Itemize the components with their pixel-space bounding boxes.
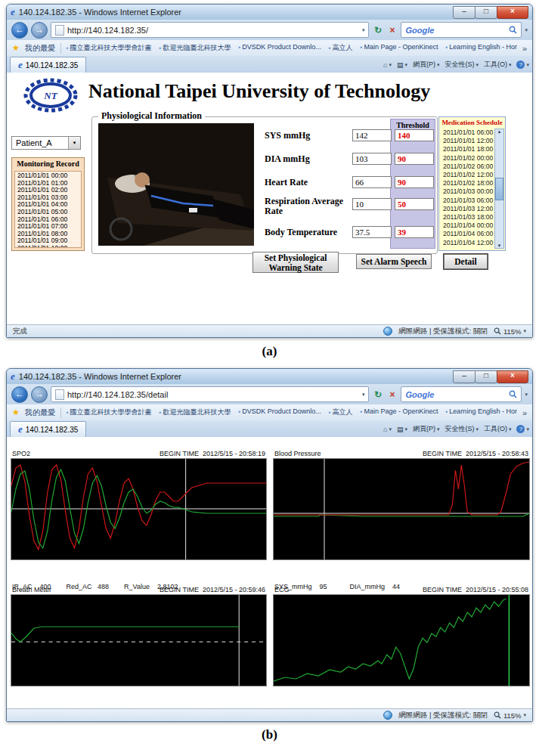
zoom-control[interactable]: 115% ▾ — [494, 327, 526, 336]
medication-schedule-item[interactable]: 2011/01/04 12:00 — [443, 239, 495, 247]
minimize-button[interactable]: – — [453, 370, 475, 383]
set-warning-state-button[interactable]: Set Physiological Warning State — [252, 252, 339, 273]
search-box[interactable]: Google — [401, 386, 522, 402]
stop-button[interactable]: × — [386, 25, 398, 36]
address-dropdown-icon[interactable]: ▾ — [362, 27, 365, 33]
favorite-link[interactable]: 國立臺北科技大學學會計畫 — [67, 407, 152, 417]
search-box[interactable]: Google — [401, 22, 522, 38]
safety-menu[interactable]: 安全性(S) ▾ — [445, 60, 479, 70]
page-menu[interactable]: 網頁(P) ▾ — [413, 424, 440, 434]
medication-schedule-item[interactable]: 2011/01/03 12:00 — [443, 205, 495, 213]
address-dropdown-icon[interactable]: ▾ — [362, 392, 365, 398]
back-button[interactable]: ← — [11, 22, 28, 39]
select-arrow-icon[interactable]: ▾ — [68, 137, 80, 149]
favorite-link[interactable]: Main Page - OpenKinect — [361, 43, 438, 53]
respiration-threshold-field[interactable] — [395, 198, 434, 210]
favorites-overflow-icon[interactable]: » — [522, 44, 527, 53]
favorites-label[interactable]: 我的最愛 — [25, 407, 55, 418]
safety-menu[interactable]: 安全性(S) ▾ — [445, 424, 479, 434]
search-dropdown-icon[interactable]: ▾ — [525, 392, 528, 398]
medication-schedule-item[interactable]: 2011/01/04 06:00 — [443, 230, 495, 238]
medication-schedule-item[interactable]: 2011/01/03 00:00 — [443, 187, 495, 196]
tab-140-124-182-35[interactable]: e 140.124.182.35 — [10, 421, 86, 437]
close-button[interactable]: × — [497, 6, 528, 19]
stop-button[interactable]: × — [386, 389, 398, 400]
medication-schedule-list[interactable]: 2011/01/01 06:002011/01/01 12:002011/01/… — [441, 129, 495, 249]
home-menu[interactable]: ⌂ ▾ — [383, 426, 392, 433]
address-text[interactable]: http://140.124.182.35/ — [67, 26, 359, 35]
heart-rate-threshold-field[interactable] — [395, 176, 434, 188]
medication-schedule-item[interactable]: 2011/01/03 18:00 — [443, 213, 495, 222]
medication-schedule-item[interactable]: 2011/01/02 12:00 — [443, 171, 495, 179]
help-menu[interactable]: ? ▾ — [516, 425, 529, 433]
search-icon[interactable] — [509, 390, 517, 398]
feeds-menu[interactable]: ▤ ▾ — [397, 61, 407, 69]
favorites-overflow-icon[interactable]: » — [522, 408, 527, 417]
monitoring-record-item[interactable]: 2011/01/01 10:00 — [17, 245, 81, 248]
scroll-down-icon[interactable]: ▼ — [497, 243, 502, 248]
favorite-link[interactable]: 高立人 — [329, 407, 353, 417]
tab-140-124-182-35[interactable]: e 140.124.182.35 — [10, 57, 86, 73]
favorite-link[interactable]: 高立人 — [329, 43, 353, 53]
favorite-link[interactable]: 國立臺北科技大學學會計畫 — [67, 43, 152, 53]
patient-select[interactable]: Patient_A ▾ — [11, 136, 81, 150]
search-icon[interactable] — [509, 26, 517, 34]
favorite-link[interactable]: Learning English - Home... — [446, 43, 517, 53]
set-alarm-speech-button[interactable]: Set Alarm Speech — [356, 254, 432, 269]
medication-schedule-item[interactable]: 2011/01/01 06:00 — [443, 129, 495, 137]
forward-button[interactable]: → — [31, 22, 48, 39]
medication-schedule-item[interactable]: 2011/01/03 06:00 — [443, 197, 495, 205]
favorites-star-icon[interactable]: ★ — [12, 43, 20, 53]
medication-schedule-item[interactable]: 2011/01/01 18:00 — [443, 145, 495, 153]
zoom-dropdown-icon[interactable]: ▾ — [523, 328, 526, 334]
favorites-label[interactable]: 我的最愛 — [25, 43, 55, 54]
zoom-control[interactable]: 115% ▾ — [494, 711, 526, 720]
medication-schedule-item[interactable]: 2011/01/02 18:00 — [443, 179, 495, 187]
address-bar[interactable]: http://140.124.182.35/detail ▾ — [51, 386, 369, 402]
scroll-thumb[interactable] — [495, 178, 503, 200]
scroll-up-icon[interactable]: ▲ — [497, 129, 502, 134]
favorites-star-icon[interactable]: ★ — [12, 407, 20, 417]
titlebar[interactable]: e 140.124.182.35 - Windows Internet Expl… — [7, 5, 532, 20]
heart-rate-value-field[interactable] — [352, 176, 392, 188]
dia-value-field[interactable] — [352, 153, 392, 165]
maximize-button[interactable]: □ — [475, 6, 497, 19]
page-menu[interactable]: 網頁(P) ▾ — [413, 60, 440, 70]
close-button[interactable]: × — [497, 370, 528, 383]
body-temp-threshold-field[interactable] — [395, 226, 434, 238]
scrollbar[interactable]: ▲ ▼ — [494, 129, 504, 249]
favorite-link[interactable]: 歡迎光臨臺北科技大學 — [160, 407, 231, 417]
dia-threshold-field[interactable] — [395, 153, 434, 165]
medication-schedule-item[interactable]: 2011/01/02 06:00 — [443, 163, 495, 171]
body-temp-value-field[interactable] — [352, 226, 392, 238]
favorite-link[interactable]: 歡迎光臨臺北科技大學 — [160, 43, 231, 53]
sys-value-field[interactable] — [352, 129, 392, 141]
search-dropdown-icon[interactable]: ▾ — [525, 27, 528, 33]
medication-schedule-item[interactable]: 2011/01/02 00:00 — [443, 154, 495, 163]
titlebar[interactable]: e 140.124.182.35 - Windows Internet Expl… — [7, 369, 532, 384]
tools-menu[interactable]: 工具(O) ▾ — [484, 424, 512, 434]
favorite-link[interactable]: DVSDK Product Downlo... — [238, 407, 321, 417]
maximize-button[interactable]: □ — [475, 370, 497, 383]
home-menu[interactable]: ⌂ ▾ — [383, 61, 392, 69]
refresh-button[interactable]: ↻ — [372, 389, 383, 400]
medication-schedule-item[interactable]: 2011/01/04 00:00 — [443, 222, 495, 230]
favorite-link[interactable]: Main Page - OpenKinect — [361, 407, 438, 417]
minimize-button[interactable]: – — [453, 6, 475, 19]
address-text[interactable]: http://140.124.182.35/detail — [67, 390, 359, 399]
refresh-button[interactable]: ↻ — [372, 25, 383, 36]
address-bar[interactable]: http://140.124.182.35/ ▾ — [51, 22, 369, 38]
medication-schedule-item[interactable]: 2011/01/01 12:00 — [443, 137, 495, 145]
tools-menu[interactable]: 工具(O) ▾ — [484, 60, 512, 70]
detail-button[interactable]: Detail — [444, 254, 488, 269]
monitoring-record-list[interactable]: 2011/01/01 00:002011/01/01 01:002011/01/… — [14, 171, 82, 248]
forward-button[interactable]: → — [31, 386, 48, 403]
help-menu[interactable]: ? ▾ — [516, 60, 529, 69]
feeds-menu[interactable]: ▤ ▾ — [397, 426, 407, 433]
back-button[interactable]: ← — [11, 386, 28, 403]
respiration-value-field[interactable] — [352, 198, 392, 210]
favorite-link[interactable]: DVSDK Product Downlo... — [238, 43, 321, 53]
sys-threshold-field[interactable] — [395, 129, 434, 141]
favorite-link[interactable]: Learning English - Home... — [446, 407, 517, 417]
zoom-dropdown-icon[interactable]: ▾ — [523, 712, 526, 718]
